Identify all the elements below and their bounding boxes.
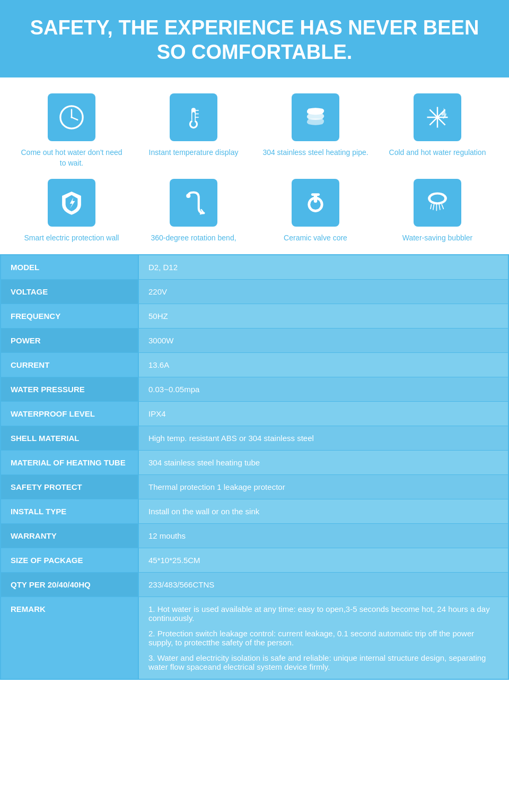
feature-rotation: 360-degree rotation bend, <box>141 179 247 244</box>
spec-key: SAFETY PROTECT <box>1 474 138 499</box>
spec-key: REMARK <box>1 597 138 679</box>
features-row-2: Smart electric protection wall 360-degre… <box>11 179 498 244</box>
svg-line-2 <box>72 117 77 120</box>
spec-key: QTY PER 20/40/40HQ <box>1 572 138 597</box>
feature-stainless-pipe: 304 stainless steel heating pipe. <box>262 93 368 158</box>
svg-point-3 <box>71 117 72 118</box>
feature-valve-label: Ceramic valve core <box>284 233 347 244</box>
spec-value: High temp. resistant ABS or 304 stainles… <box>138 426 508 450</box>
water-icon <box>414 179 461 227</box>
valve-icon <box>292 179 339 227</box>
svg-line-23 <box>433 205 434 210</box>
spec-key: CURRENT <box>1 352 138 377</box>
spec-value: 3000W <box>138 328 508 352</box>
table-row: MATERIAL OF HEATING TUBE304 stainless st… <box>1 450 508 474</box>
page-header: SAFETY, THE EXPERIENCE HAS NEVER BEEN SO… <box>0 0 509 77</box>
table-row: SIZE OF PACKAGE45*10*25.5CM <box>1 548 508 572</box>
spec-key: WATER PRESSURE <box>1 377 138 401</box>
spec-value: 220V <box>138 279 508 304</box>
spec-value: IPX4 <box>138 401 508 426</box>
clock-icon <box>48 93 95 141</box>
feature-bubbler-label: Water-saving bubbler <box>402 233 473 244</box>
spec-key: FREQUENCY <box>1 304 138 328</box>
spec-key: VOLTAGE <box>1 279 138 304</box>
shield-icon <box>48 179 95 227</box>
spec-value: 233/483/566CTNS <box>138 572 508 597</box>
spec-value: 13.6A <box>138 352 508 377</box>
specs-table: MODELD2, D12VOLTAGE220VFREQUENCY50HZPOWE… <box>0 254 509 680</box>
table-row: VOLTAGE220V <box>1 279 508 304</box>
spec-value: 0.03~0.05mpa <box>138 377 508 401</box>
features-row-1: Come out hot water don't need to wait. I… <box>11 93 498 168</box>
table-row: SHELL MATERIALHigh temp. resistant ABS o… <box>1 426 508 450</box>
table-row: REMARK1. Hot water is used available at … <box>1 597 508 679</box>
spec-key: MODEL <box>1 255 138 280</box>
feature-hot-water: Come out hot water don't need to wait. <box>19 93 125 168</box>
svg-line-25 <box>439 205 440 210</box>
svg-line-26 <box>442 205 443 209</box>
svg-rect-19 <box>311 194 320 196</box>
spec-key: WATERPROOF LEVEL <box>1 401 138 426</box>
svg-point-7 <box>191 122 196 127</box>
coil-icon <box>292 93 339 141</box>
spec-key: WARRANTY <box>1 523 138 548</box>
svg-point-21 <box>431 195 444 203</box>
feature-cold-hot-label: Cold and hot water regulation <box>389 148 486 158</box>
spec-value: 12 mouths <box>138 523 508 548</box>
table-row: MODELD2, D12 <box>1 255 508 280</box>
feature-rotation-label: 360-degree rotation bend, <box>151 233 236 244</box>
feature-electric-protection: Smart electric protection wall <box>19 179 125 244</box>
svg-rect-6 <box>192 112 195 123</box>
spec-value: 45*10*25.5CM <box>138 548 508 572</box>
feature-temp-display: Instant temperature display <box>141 93 247 158</box>
spec-key: SIZE OF PACKAGE <box>1 548 138 572</box>
feature-protection-label: Smart electric protection wall <box>24 233 119 244</box>
table-row: FREQUENCY50HZ <box>1 304 508 328</box>
spec-value: 304 stainless steel heating tube <box>138 450 508 474</box>
features-section: Come out hot water don't need to wait. I… <box>0 77 509 254</box>
feature-pipe-label: 304 stainless steel heating pipe. <box>262 148 368 158</box>
spec-key: INSTALL TYPE <box>1 499 138 523</box>
feature-valve: Ceramic valve core <box>262 179 368 244</box>
table-row: WATERPROOF LEVELIPX4 <box>1 401 508 426</box>
table-row: SAFETY PROTECTThermal protection 1 leaka… <box>1 474 508 499</box>
rotation-icon <box>170 179 217 227</box>
page-title: SAFETY, THE EXPERIENCE HAS NEVER BEEN SO… <box>21 16 488 64</box>
table-row: QTY PER 20/40/40HQ233/483/566CTNS <box>1 572 508 597</box>
table-row: WARRANTY12 mouths <box>1 523 508 548</box>
spec-key: MATERIAL OF HEATING TUBE <box>1 450 138 474</box>
table-row: INSTALL TYPEInstall on the wall or on th… <box>1 499 508 523</box>
feature-cold-hot: Cold and hot water regulation <box>384 93 490 158</box>
thermometer-icon <box>170 93 217 141</box>
snowflake-icon <box>414 93 461 141</box>
feature-bubbler: Water-saving bubbler <box>384 179 490 244</box>
svg-line-22 <box>431 205 432 209</box>
spec-value: Install on the wall or on the sink <box>138 499 508 523</box>
svg-point-15 <box>186 194 190 198</box>
table-row: POWER3000W <box>1 328 508 352</box>
table-row: CURRENT13.6A <box>1 352 508 377</box>
feature-temp-label: Instant temperature display <box>149 148 239 158</box>
table-row: WATER PRESSURE0.03~0.05mpa <box>1 377 508 401</box>
spec-value: D2, D12 <box>138 255 508 280</box>
spec-key: POWER <box>1 328 138 352</box>
spec-value: Thermal protection 1 leakage protector <box>138 474 508 499</box>
spec-value: 50HZ <box>138 304 508 328</box>
spec-value: 1. Hot water is used available at any ti… <box>138 597 508 679</box>
feature-hot-water-label: Come out hot water don't need to wait. <box>19 148 125 168</box>
spec-key: SHELL MATERIAL <box>1 426 138 450</box>
